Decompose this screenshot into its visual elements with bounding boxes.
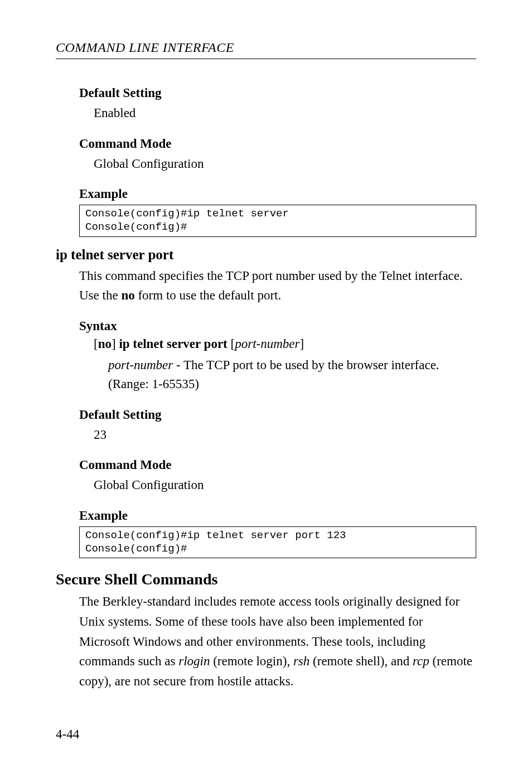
main-body-b: (remote login), xyxy=(210,654,293,668)
default-setting-body-1: Enabled xyxy=(94,104,476,123)
command-mode-label-1: Command Mode xyxy=(79,137,476,151)
syntax-main: ip telnet server port xyxy=(119,337,227,351)
syntax-label: Syntax xyxy=(79,319,476,333)
syntax-param: port-number xyxy=(235,337,299,351)
example-label-1: Example xyxy=(79,187,476,201)
subsection-title: ip telnet server port xyxy=(56,247,476,263)
syntax-close: ] xyxy=(299,337,304,351)
command-mode-body-1: Global Configuration xyxy=(94,154,476,174)
intro-text-b: form to use the default port. xyxy=(135,288,282,302)
example-code-2: Console(config)#ip telnet server port 12… xyxy=(79,526,476,559)
syntax-no: no xyxy=(98,337,112,351)
command-mode-label-2: Command Mode xyxy=(79,458,476,472)
syntax-br1: [ xyxy=(94,337,98,351)
example-label-2: Example xyxy=(79,509,476,523)
main-body-c: (remote shell), and xyxy=(309,654,413,668)
param-name: port-number xyxy=(108,358,173,372)
command-mode-body-2: Global Configuration xyxy=(94,476,476,495)
syntax-space: [ xyxy=(228,337,235,351)
intro-bold-no: no xyxy=(121,288,134,302)
running-head: COMMAND LINE INTERFACE xyxy=(56,40,476,59)
example-code-1: Console(config)#ip telnet server Console… xyxy=(79,205,476,237)
default-setting-body-2: 23 xyxy=(94,425,476,445)
main-body: The Berkley-standard includes remote acc… xyxy=(79,592,476,691)
param-block: port-number - The TCP port to be used by… xyxy=(108,356,476,394)
subsection-intro: This command specifies the TCP port numb… xyxy=(79,266,476,306)
rcp: rcp xyxy=(413,654,429,668)
rlogin: rlogin xyxy=(178,654,210,668)
default-setting-label-2: Default Setting xyxy=(79,408,476,422)
main-title: Secure Shell Commands xyxy=(56,570,476,588)
syntax-br2: ] xyxy=(112,337,119,351)
default-setting-label-1: Default Setting xyxy=(79,86,476,100)
syntax-line: [no] ip telnet server port [port-number] xyxy=(94,337,476,351)
page-number: 4-44 xyxy=(56,727,79,742)
rsh: rsh xyxy=(293,654,309,668)
